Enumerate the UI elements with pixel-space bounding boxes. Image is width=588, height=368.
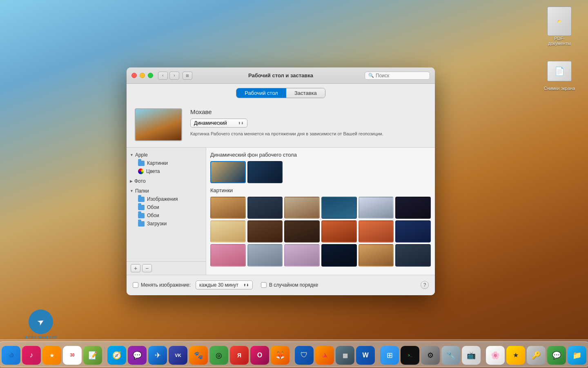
interval-dropdown[interactable]: каждые 30 минут ⬆⬇: [196, 280, 253, 289]
dock-item-appcenter[interactable]: 🐾: [189, 346, 208, 365]
dock-item-mosaic[interactable]: ▦: [336, 346, 354, 365]
dock-item-prefs[interactable]: ⚙: [421, 346, 440, 365]
sidebar-item-kartinki[interactable]: Картинки: [127, 159, 206, 167]
screenshot-folder-icon: 📄: [547, 61, 572, 81]
sidebar-group-foto-header[interactable]: ▶ Фото: [127, 177, 206, 185]
content-area: Динамический фон рабочего стола Картинки: [206, 148, 435, 275]
wallpaper-thumb-p6[interactable]: [395, 197, 431, 219]
wallpaper-thumb-dyn1[interactable]: [210, 161, 246, 183]
remove-button[interactable]: −: [142, 264, 152, 272]
dock-item-finder2[interactable]: 📁: [568, 346, 586, 365]
pdf-docs-icon[interactable]: 📁 PDF-документы: [543, 8, 576, 46]
dock-item-appmgr[interactable]: ⊞: [380, 346, 399, 365]
maximize-button[interactable]: [148, 73, 153, 78]
top-section: Мохаве Динамический ⬆⬇ Картинка Рабочего…: [127, 102, 435, 148]
tab-desktop[interactable]: Рабочий стол: [236, 88, 286, 98]
back-button[interactable]: ‹: [158, 72, 168, 80]
sidebar: ▼ Apple Картинки Цвета ▶: [127, 148, 206, 275]
help-button[interactable]: ?: [421, 281, 429, 289]
dock-item-telegram[interactable]: ✈: [148, 346, 167, 365]
sidebar-group-apple-header[interactable]: ▼ Apple: [127, 151, 206, 159]
sidebar-item-izobrazheniya[interactable]: Изображения: [127, 195, 206, 203]
sidebar-item-kartinki-label: Картинки: [147, 160, 168, 166]
dock-item-photos[interactable]: 🌸: [486, 346, 505, 365]
dropdown-value: Динамический: [194, 120, 227, 126]
dock-item-terminal[interactable]: >_: [401, 346, 419, 365]
add-button[interactable]: +: [131, 264, 140, 272]
dock-item-tools[interactable]: 🔧: [441, 346, 460, 365]
tab-group: Рабочий стол Заставка: [236, 88, 325, 98]
close-button[interactable]: [131, 73, 137, 78]
wallpaper-thumb-p3[interactable]: [284, 197, 320, 219]
dock-item-yandex[interactable]: Я: [230, 346, 249, 365]
dock: 🔵 ♪ ★ 30 📝 🧭 💬 ✈ VK 🐾 ◎ Я O 🦊 🛡 🔺 ▦ W ⊞ …: [0, 339, 588, 368]
dock-items: 🔵 ♪ ★ 30 📝 🧭 💬 ✈ VK 🐾 ◎ Я O 🦊 🛡 🔺 ▦ W ⊞ …: [0, 341, 588, 367]
screenshots-icon[interactable]: 📄 Снимки экрана: [543, 58, 576, 91]
dynamic-section-title: Динамический фон рабочего стола: [210, 152, 431, 158]
wallpaper-thumb-p2[interactable]: [247, 197, 283, 219]
wallpaper-thumb-p11[interactable]: [359, 220, 394, 242]
wallpaper-thumb-p13[interactable]: [210, 244, 246, 266]
sidebar-group-foto: ▶ Фото: [127, 177, 206, 185]
dock-item-notes[interactable]: 📝: [83, 346, 102, 365]
dock-item-screenshare[interactable]: 📺: [462, 346, 481, 365]
forward-button[interactable]: ›: [169, 72, 179, 80]
nav-buttons: ‹ › ⊞: [158, 72, 192, 80]
sidebar-item-cveta-label: Цвета: [146, 168, 160, 174]
search-bar[interactable]: 🔍: [365, 72, 430, 80]
dock-item-messages2[interactable]: 💬: [547, 346, 566, 365]
wallpaper-thumb-p1[interactable]: [210, 197, 246, 219]
dock-item-opera[interactable]: O: [250, 346, 269, 365]
dock-item-firefox[interactable]: 🦊: [271, 346, 290, 365]
segment-control: Рабочий стол Заставка: [127, 84, 435, 102]
sidebar-group-papki-header[interactable]: ▼ Папки: [127, 187, 206, 195]
wallpaper-thumb-p10[interactable]: [321, 220, 357, 242]
wallpaper-name: Мохаве: [190, 108, 427, 115]
sidebar-item-cveta[interactable]: Цвета: [127, 167, 206, 175]
random-order-checkbox[interactable]: [261, 282, 267, 288]
wallpaper-thumb-p12[interactable]: [395, 220, 431, 242]
grid-button[interactable]: ⊞: [183, 72, 192, 80]
wallpaper-thumb-p9[interactable]: [284, 220, 320, 242]
wallpaper-thumb-p7[interactable]: [210, 220, 246, 242]
search-input[interactable]: [376, 73, 429, 79]
dock-item-vk[interactable]: VK: [169, 346, 187, 365]
dock-item-calendar[interactable]: 30: [63, 346, 82, 365]
wallpaper-thumb-p8[interactable]: [247, 220, 283, 242]
folder-icon3: [138, 205, 145, 210]
change-image-checkbox[interactable]: [133, 282, 138, 288]
wallpaper-thumb-p17[interactable]: [359, 244, 394, 266]
sidebar-item-oboi2[interactable]: Обои: [127, 211, 206, 220]
minimize-button[interactable]: [140, 73, 145, 78]
sidebar-item-oboi1[interactable]: Обои: [127, 203, 206, 211]
dock-item-starred[interactable]: ★: [42, 346, 61, 365]
dock-item-vlc[interactable]: 🔺: [315, 346, 334, 365]
preview-info: Мохаве Динамический ⬆⬇ Картинка Рабочего…: [190, 108, 427, 137]
wallpaper-thumb-p15[interactable]: [284, 244, 320, 266]
wallpaper-thumb-dyn2[interactable]: [247, 161, 283, 183]
dropdown-row: Динамический ⬆⬇: [190, 119, 427, 128]
dynamic-dropdown[interactable]: Динамический ⬆⬇: [190, 119, 247, 128]
tab-screensaver[interactable]: Заставка: [286, 88, 325, 98]
dock-item-chrome[interactable]: ◎: [209, 346, 228, 365]
dock-item-gold[interactable]: ★: [506, 346, 525, 365]
dock-item-bitwarden[interactable]: 🛡: [295, 346, 314, 365]
wallpaper-thumb-p5[interactable]: [359, 197, 394, 219]
dock-item-word[interactable]: W: [356, 346, 375, 365]
random-order-row: В случайном порядке: [261, 282, 318, 288]
dock-item-messages[interactable]: 💬: [128, 346, 147, 365]
dock-item-keychain[interactable]: 🔑: [527, 346, 546, 365]
dock-item-safari[interactable]: 🧭: [107, 346, 126, 365]
sidebar-item-izobrazheniya-label: Изображения: [147, 196, 178, 202]
dock-item-music[interactable]: ♪: [22, 346, 41, 365]
interval-arrow-icon: ⬆⬇: [243, 283, 249, 287]
wallpaper-thumb-p14[interactable]: [247, 244, 283, 266]
promo-label: uchitel-slovar.com: [24, 335, 57, 339]
wallpaper-thumb-p16[interactable]: [321, 244, 357, 266]
wallpaper-thumb-p4[interactable]: [321, 197, 357, 219]
wallpaper-thumb-p18[interactable]: [395, 244, 431, 266]
dock-item-finder[interactable]: 🔵: [2, 346, 20, 365]
arrow-down-icon: ▼: [130, 153, 134, 157]
sidebar-item-zagruzki[interactable]: Загрузки: [127, 220, 206, 228]
window-bottom-bar: Менять изображение: каждые 30 минут ⬆⬇ В…: [127, 275, 435, 295]
